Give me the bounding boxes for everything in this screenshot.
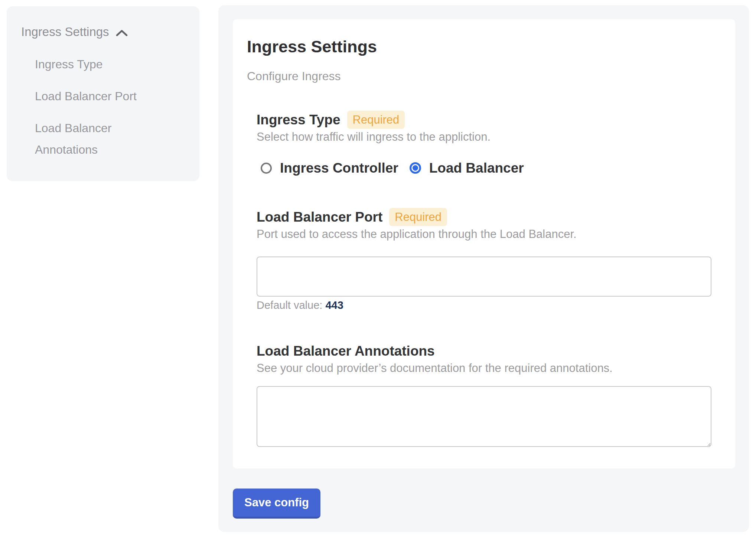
load-balancer-port-input[interactable] <box>257 257 711 297</box>
radio-ingress-controller[interactable] <box>261 163 272 174</box>
sidebar-item-load-balancer-annotations[interactable]: Load Balancer Annotations <box>35 117 162 160</box>
default-value-label: Default value: <box>257 299 322 311</box>
field-load-balancer-port-head: Load Balancer Port Required <box>257 208 711 226</box>
field-ingress-type-help: Select how traffic will ingress to the a… <box>257 130 711 144</box>
sidebar-group-label[interactable]: Ingress Settings <box>21 25 109 39</box>
radio-load-balancer[interactable] <box>410 162 421 174</box>
required-badge: Required <box>389 208 447 226</box>
field-ingress-type: Ingress Type Required Select how traffic… <box>257 111 711 175</box>
field-load-balancer-annotations-help: See your cloud provider’s documentation … <box>257 362 711 375</box>
ingress-type-options: Ingress Controller Load Balancer <box>257 161 711 175</box>
required-badge: Required <box>347 111 405 129</box>
radio-option-ingress-controller[interactable]: Ingress Controller <box>261 161 398 175</box>
page-title: Ingress Settings <box>247 37 711 56</box>
sidebar-item-ingress-type[interactable]: Ingress Type <box>35 53 162 75</box>
sidebar-items: Ingress Type Load Balancer Port Load Bal… <box>21 53 188 160</box>
field-load-balancer-port: Load Balancer Port Required Port used to… <box>257 208 711 311</box>
radio-ingress-controller-label[interactable]: Ingress Controller <box>280 161 398 175</box>
field-load-balancer-port-label: Load Balancer Port <box>257 208 382 226</box>
sidebar-group-header[interactable]: Ingress Settings <box>21 25 188 39</box>
field-ingress-type-head: Ingress Type Required <box>257 111 711 129</box>
field-ingress-type-label: Ingress Type <box>257 111 340 129</box>
config-panel: Ingress Settings Configure Ingress Ingre… <box>218 5 749 532</box>
save-config-button[interactable]: Save config <box>233 489 320 519</box>
config-nav-sidebar: Ingress Settings Ingress Type Load Balan… <box>7 6 199 181</box>
field-load-balancer-annotations-head: Load Balancer Annotations <box>257 342 711 360</box>
default-value-number: 443 <box>325 299 343 311</box>
field-load-balancer-port-help: Port used to access the application thro… <box>257 228 711 241</box>
field-load-balancer-annotations: Load Balancer Annotations See your cloud… <box>257 342 711 447</box>
chevron-up-icon[interactable] <box>116 29 128 37</box>
config-card: Ingress Settings Configure Ingress Ingre… <box>233 19 735 468</box>
page-subtitle: Configure Ingress <box>247 69 711 83</box>
radio-load-balancer-label[interactable]: Load Balancer <box>429 161 524 175</box>
radio-option-load-balancer[interactable]: Load Balancer <box>410 161 524 175</box>
sidebar-item-load-balancer-port[interactable]: Load Balancer Port <box>35 85 162 107</box>
load-balancer-annotations-textarea[interactable] <box>257 386 711 447</box>
default-value-hint: Default value: 443 <box>257 299 711 311</box>
field-load-balancer-annotations-label: Load Balancer Annotations <box>257 342 435 360</box>
